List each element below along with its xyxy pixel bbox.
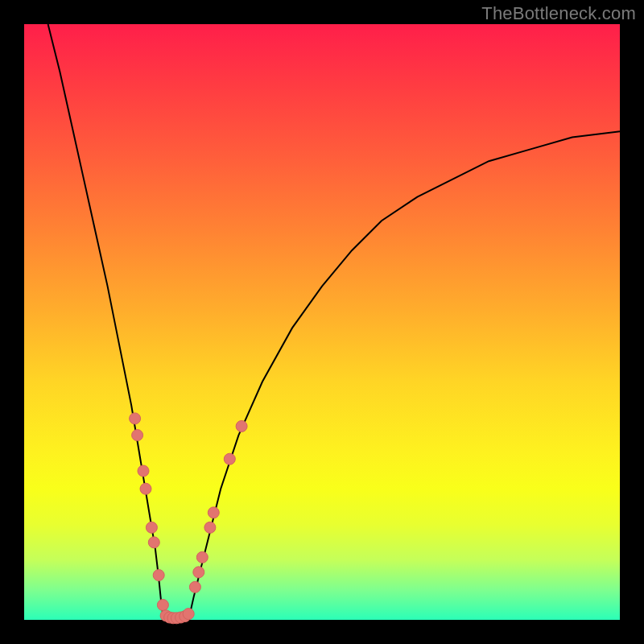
data-point <box>208 507 219 518</box>
data-point <box>148 537 159 548</box>
bottleneck-curve <box>48 24 620 620</box>
data-point <box>193 567 204 578</box>
data-point <box>236 421 247 432</box>
data-point <box>224 453 235 464</box>
watermark-text: TheBottleneck.com <box>481 3 636 24</box>
data-point <box>189 581 200 592</box>
data-point <box>196 551 208 563</box>
data-point <box>204 522 216 533</box>
chart-svg <box>24 24 620 620</box>
data-point <box>140 483 151 494</box>
data-points <box>130 413 248 624</box>
data-point <box>138 465 149 477</box>
data-point <box>146 522 157 533</box>
data-point <box>157 600 168 611</box>
data-point <box>153 570 164 581</box>
data-point <box>130 413 141 424</box>
data-point <box>132 430 143 441</box>
data-point <box>183 609 194 620</box>
